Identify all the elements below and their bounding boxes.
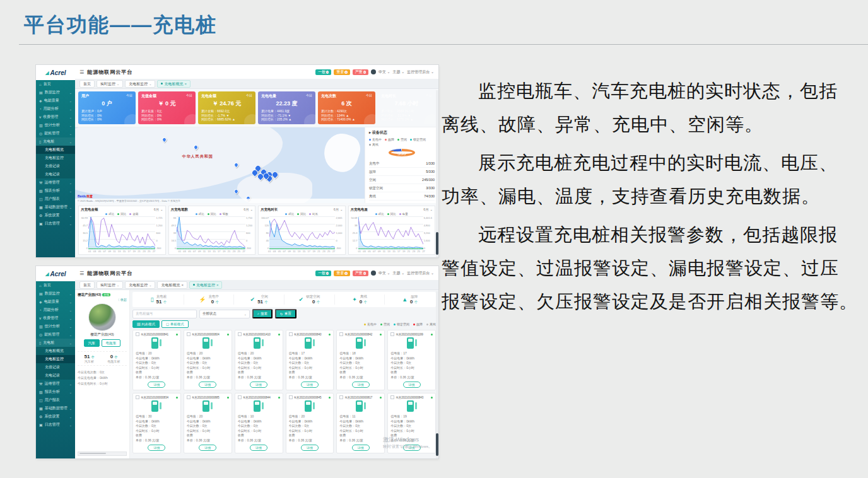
- sidebar-item-5[interactable]: ▥统计分析⌄: [36, 121, 75, 129]
- chart-legend-item[interactable]: 同比: [208, 213, 216, 216]
- tab-首页[interactable]: 首页: [79, 281, 95, 289]
- checkbox[interactable]: [289, 332, 293, 336]
- checkbox[interactable]: [339, 332, 343, 336]
- sidebar-subitem-2[interactable]: 充值记录: [36, 162, 75, 170]
- alarm-badge-一般[interactable]: 一般0: [315, 69, 331, 75]
- header-link-主题[interactable]: 主题 ⌄: [393, 271, 405, 276]
- search-button[interactable]: ⌕搜索: [252, 309, 273, 318]
- sidebar-item-3[interactable]: ◔用能分析⌄: [36, 306, 75, 314]
- pile-card[interactable]: 充直20210100000840信号值：17今日电量：0kWh今日次数：0次今日…: [286, 330, 334, 390]
- sidebar-item-10[interactable]: ◫用户报表: [36, 396, 75, 404]
- sidebar-item-11[interactable]: ▦基础数据管理⌄: [36, 203, 75, 211]
- header-link-主题[interactable]: 主题 ⌄: [393, 69, 405, 75]
- checkbox[interactable]: [289, 395, 293, 399]
- menu-collapse-icon[interactable]: ☰: [79, 271, 84, 276]
- pile-card[interactable]: 充直20210100000834信号值：30今日电量：0kWh今日次数：0次今日…: [132, 393, 181, 453]
- header-link-监控管理后台[interactable]: 监控管理后台 ⌄: [407, 69, 434, 75]
- stat-card-充电时长[interactable]: 充电时长今日7.68 小时累计时长：4584.39小时环比增长：-51.9% ▼…: [378, 91, 435, 124]
- checkbox[interactable]: [390, 332, 394, 336]
- scrollbar-thumb[interactable]: [436, 433, 438, 456]
- chart-legend-item[interactable]: 环比: [105, 213, 114, 216]
- stat-card-用户[interactable]: 用户今日0 户累计用户：0户环比增长：0%同比增长：0%: [78, 91, 136, 124]
- sidebar-item-12[interactable]: ⚙系统设置⌄: [36, 211, 75, 219]
- china-map[interactable]: 中华人民共和国Baidu百度© 2021 Baidu - GS(2019)521…: [75, 127, 365, 203]
- sidebar-item-13[interactable]: ▣日志管理⌄: [36, 421, 75, 429]
- checkbox[interactable]: [136, 332, 139, 336]
- tab-充电桩概览[interactable]: 充电桩概览×: [157, 80, 191, 88]
- pile-card[interactable]: 充直20210100000885信号值：20今日电量：0kWh今日次数：0次今日…: [184, 393, 232, 453]
- sidebar-item-1[interactable]: ▤数据监控⌄: [36, 88, 75, 96]
- avatar[interactable]: [371, 271, 376, 276]
- pile-card[interactable]: 充直20210100000845信号值：20今日电量：0kWh今日次数：0次今日…: [286, 393, 334, 453]
- stat-card-充电电量[interactable]: 充电电量今日22.23 度累计电量：4461.9度环比增长：-71.1% ▼同比…: [258, 91, 315, 124]
- sidebar-subitem-0[interactable]: 充电桩概览: [36, 347, 75, 355]
- chart-legend-item[interactable]: 同比: [117, 213, 126, 216]
- sidebar-subitem-3[interactable]: 充电记录: [36, 371, 75, 380]
- detail-button[interactable]: 详情: [301, 382, 319, 388]
- station-type-button-汽车[interactable]: 汽车: [84, 339, 100, 347]
- mode-button-列表模式[interactable]: ▦ 列表模式: [132, 320, 160, 328]
- mode-button-单桩模式[interactable]: ▢ 单桩模式: [161, 320, 189, 328]
- scrollbar-vertical[interactable]: [436, 291, 438, 458]
- chart-legend-item[interactable]: 笔数: [220, 213, 228, 216]
- sidebar-item-2[interactable]: ◈电能质量⌄: [36, 298, 75, 306]
- tab-实时监控[interactable]: 实时监控⌄: [97, 281, 123, 289]
- tab-实时监控[interactable]: 实时监控⌄: [97, 80, 123, 88]
- detail-button[interactable]: 详情: [148, 445, 165, 451]
- stat-card-充电金额[interactable]: 充电金额今日￥ 24.76 元累计金额：6692.0元环比增长：-1.7% ▼同…: [198, 91, 255, 124]
- chart-legend-item[interactable]: 电量: [399, 213, 408, 216]
- alarm-badge-严重[interactable]: 严重0: [353, 69, 368, 75]
- sidebar-item-3[interactable]: ◔用能分析⌄: [36, 105, 75, 113]
- avatar[interactable]: [371, 69, 376, 74]
- alarm-badge-重要[interactable]: 重要0: [334, 69, 349, 75]
- station-type-button-电瓶车[interactable]: 电瓶车: [102, 339, 121, 347]
- checkbox[interactable]: [238, 332, 242, 336]
- chart-legend-item[interactable]: 金额: [129, 213, 138, 216]
- scrollbar-thumb[interactable]: [436, 232, 438, 255]
- sidebar-item-6[interactable]: ◎能耗管理⌄: [36, 330, 75, 339]
- detail-button[interactable]: 详情: [301, 445, 319, 451]
- header-link-中文[interactable]: 中文 ⌄: [378, 69, 390, 75]
- scrollbar-horizontal[interactable]: [78, 452, 127, 456]
- chart-legend-item[interactable]: 同比: [297, 213, 306, 216]
- header-link-监控管理后台[interactable]: 监控管理后台 ⌄: [407, 271, 434, 276]
- tab-充电桩监控[interactable]: 充电桩监控⌄: [125, 80, 155, 88]
- sidebar-item-6[interactable]: ◎能耗管理⌄: [36, 129, 75, 137]
- collapse-link[interactable]: 〈 收起: [78, 298, 127, 301]
- sidebar-subitem-1[interactable]: 充电桩监控: [36, 355, 75, 363]
- sidebar-item-0[interactable]: ⌂首页: [36, 281, 75, 289]
- pile-card[interactable]: 充直20210100000842信号值：18今日电量：0kWh今日次数：0次今日…: [336, 330, 385, 390]
- detail-button[interactable]: 详情: [250, 445, 267, 451]
- sidebar-item-12[interactable]: ⚙系统设置⌄: [36, 412, 75, 421]
- detail-button[interactable]: 详情: [352, 445, 370, 451]
- sidebar-subitem-1[interactable]: 充电桩监控: [36, 154, 75, 162]
- sidebar-item-2[interactable]: ◈电能质量⌄: [36, 96, 75, 105]
- close-icon[interactable]: ×: [184, 81, 187, 86]
- chart-legend-item[interactable]: 环比: [375, 213, 384, 216]
- reset-button[interactable]: ↻重置: [275, 309, 296, 318]
- alarm-badge-一般[interactable]: 一般0: [315, 271, 331, 276]
- chart-legend-item[interactable]: 环比: [285, 213, 294, 216]
- stat-card-充值金额[interactable]: 充值金额今日￥ 0 元累计充值：0元环比增长：0%同比增长：0%: [138, 91, 196, 124]
- detail-button[interactable]: 详情: [199, 445, 216, 451]
- tab-充电桩监控[interactable]: 充电桩监控⌄: [125, 281, 155, 289]
- chart-legend-item[interactable]: 同比: [387, 213, 396, 216]
- pile-card[interactable]: 充直20210100000804信号值：20今日电量：0kWh今日次数：0次今日…: [184, 330, 232, 390]
- menu-collapse-icon[interactable]: ☰: [79, 69, 84, 75]
- header-link-中文[interactable]: 中文 ⌄: [378, 271, 390, 276]
- checkbox[interactable]: [339, 395, 343, 399]
- checkbox[interactable]: [136, 395, 139, 399]
- chart-legend-item[interactable]: 环比: [196, 213, 204, 216]
- detail-button[interactable]: 详情: [352, 382, 370, 388]
- detail-button[interactable]: 详情: [148, 382, 165, 388]
- detail-button[interactable]: 详情: [199, 382, 216, 388]
- detail-button[interactable]: 详情: [250, 382, 267, 388]
- alarm-badge-重要[interactable]: 重要0: [334, 271, 349, 276]
- sidebar-item-7[interactable]: ▯充电桩⌄: [36, 137, 75, 146]
- sidebar-item-9[interactable]: ▧报表分析⌄: [36, 388, 75, 396]
- checkbox[interactable]: [187, 395, 191, 399]
- sidebar-item-0[interactable]: ⌂首页: [36, 80, 75, 88]
- sidebar-item-11[interactable]: ▦基础数据管理⌄: [36, 404, 75, 412]
- sidebar-subitem-3[interactable]: 充电记录: [36, 170, 75, 178]
- checkbox[interactable]: [187, 332, 191, 336]
